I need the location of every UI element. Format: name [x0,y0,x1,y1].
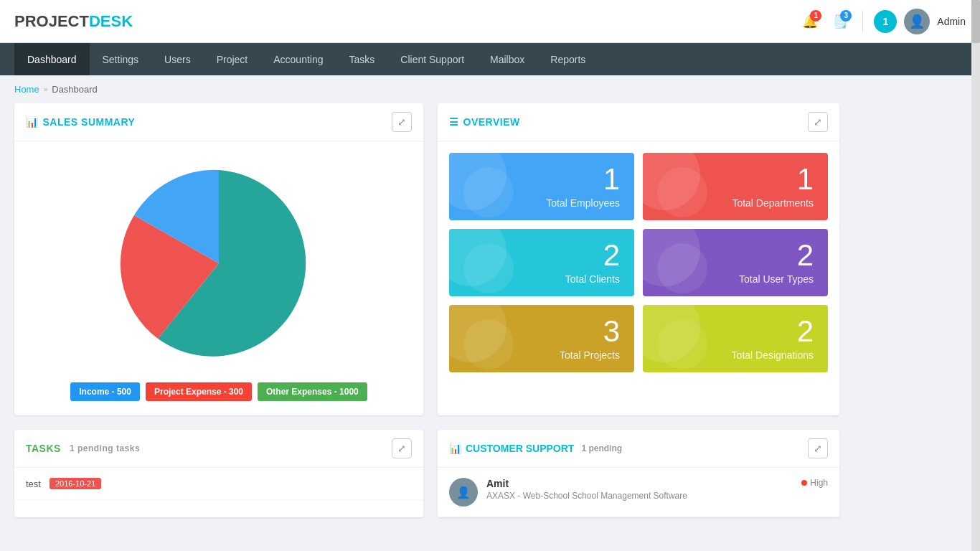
support-expand-button[interactable]: ⤢ [808,438,828,458]
legend-project-expense: Project Expense - 300 [146,382,252,401]
nav-accounting[interactable]: Accounting [260,43,336,75]
scrollbar-thumb[interactable] [971,0,980,43]
sales-summary-card: 📊 SALES SUMMARY ⤢ [14,103,423,415]
legend-income: Income - 500 [70,382,140,401]
stat-projects-number: 3 [603,316,620,347]
header-right: 🔔 1 🗒️ 3 1 👤 Admin [798,9,966,34]
stat-total-employees: 1 Total Employees [449,153,634,220]
sales-summary-title: 📊 SALES SUMMARY [26,116,135,128]
stat-total-designations: 2 Total Designations [643,305,828,372]
tasks-pending-count: 1 pending tasks [70,443,140,453]
breadcrumb-home[interactable]: Home [14,84,39,95]
priority-label: High [810,478,828,488]
nav-users[interactable]: Users [151,43,204,75]
nav-settings[interactable]: Settings [90,43,152,75]
stat-departments-label: Total Departments [732,197,814,209]
overview-grid: 1 Total Employees 1 Total Departments 2 … [438,141,839,384]
customer-support-card: 📊 CUSTOMER SUPPORT 1 pending ⤢ 👤 Amit AX… [438,430,839,517]
tasks-title: TASKS 1 pending tasks [26,443,140,454]
support-pending-count: 1 pending [581,443,622,453]
breadcrumb-current: Dashboard [52,84,98,95]
support-info: Amit AXASX - Web-School School Managemen… [486,478,793,501]
notification-badge: 1 [810,10,821,22]
avatar: 👤 [904,9,930,34]
nav-project[interactable]: Project [204,43,261,75]
customer-support-header: 📊 CUSTOMER SUPPORT 1 pending ⤢ [438,430,839,468]
bar-chart-icon: 📊 [26,116,39,128]
overview-title: ☰ OVERVIEW [449,116,520,128]
tasks-card: TASKS 1 pending tasks ⤢ test 2016-10-21 [14,430,423,517]
nav-tasks[interactable]: Tasks [336,43,388,75]
stat-employees-number: 1 [603,164,620,194]
support-chart-icon: 📊 [449,443,461,454]
stat-employees-label: Total Employees [546,197,620,209]
stat-total-clients: 2 Total Clients [449,229,634,296]
legend-other-expenses: Other Expenses - 1000 [258,382,367,401]
customer-support-title: 📊 CUSTOMER SUPPORT 1 pending [449,443,622,454]
nav-mailbox[interactable]: Mailbox [477,43,537,75]
stat-total-departments: 1 Total Departments [643,153,828,220]
stat-usertypes-number: 2 [797,240,814,270]
pie-chart [111,156,326,371]
tasks-header: TASKS 1 pending tasks ⤢ [14,430,423,468]
header-divider [862,11,863,32]
task-date: 2016-10-21 [50,478,101,489]
stat-total-user-types: 2 Total User Types [643,229,828,296]
sales-summary-header: 📊 SALES SUMMARY ⤢ [14,103,423,141]
overview-expand-button[interactable]: ⤢ [808,112,828,132]
stat-designations-number: 2 [797,316,814,347]
breadcrumb-separator: » [44,85,48,93]
logo-desk: DESK [89,12,133,31]
priority-dot [801,480,807,486]
list-icon: ☰ [449,116,459,128]
task-row: test 2016-10-21 [14,468,423,500]
nav-reports[interactable]: Reports [537,43,598,75]
stat-designations-label: Total Designations [732,349,814,361]
scrollbar-track[interactable] [971,0,980,532]
stat-usertypes-label: Total User Types [739,273,814,285]
pie-legend: Income - 500 Project Expense - 300 Other… [70,382,367,401]
stat-departments-number: 1 [797,164,814,194]
support-text: AXASX - Web-School School Management Sof… [486,491,793,501]
notification-message-button[interactable]: 🗒️ 3 [829,10,852,33]
overview-card: ☰ OVERVIEW ⤢ 1 Total Employees 1 Total D… [438,103,839,415]
main-content: 📊 SALES SUMMARY ⤢ [0,103,980,532]
task-name: test [26,479,41,489]
support-row: 👤 Amit AXASX - Web-School School Managem… [438,468,839,517]
logo-project: PROJECT [14,12,89,31]
stat-clients-number: 2 [603,240,620,270]
tasks-title-text: TASKS [26,443,61,454]
breadcrumb: Home » Dashboard [0,75,980,103]
app-header: PROJECTDESK 🔔 1 🗒️ 3 1 👤 Admin [0,0,980,43]
overview-header: ☰ OVERVIEW ⤢ [438,103,839,141]
user-count-circle: 1 [874,10,897,33]
nav-client-support[interactable]: Client Support [387,43,477,75]
logo: PROJECTDESK [14,12,133,31]
admin-name: Admin [937,16,966,27]
sales-chart-area: Income - 500 Project Expense - 300 Other… [14,141,423,415]
stat-clients-label: Total Clients [565,273,620,285]
message-badge: 3 [840,10,852,22]
notification-bell-button[interactable]: 🔔 1 [798,10,821,33]
stat-total-projects: 3 Total Projects [449,305,634,372]
tasks-expand-button[interactable]: ⤢ [392,438,412,458]
navbar: Dashboard Settings Users Project Account… [0,43,980,75]
nav-dashboard[interactable]: Dashboard [14,43,90,75]
stat-projects-label: Total Projects [560,349,620,361]
support-name: Amit [486,478,793,489]
support-priority: High [801,478,828,488]
support-avatar: 👤 [449,478,478,507]
sales-summary-expand-button[interactable]: ⤢ [392,112,412,132]
